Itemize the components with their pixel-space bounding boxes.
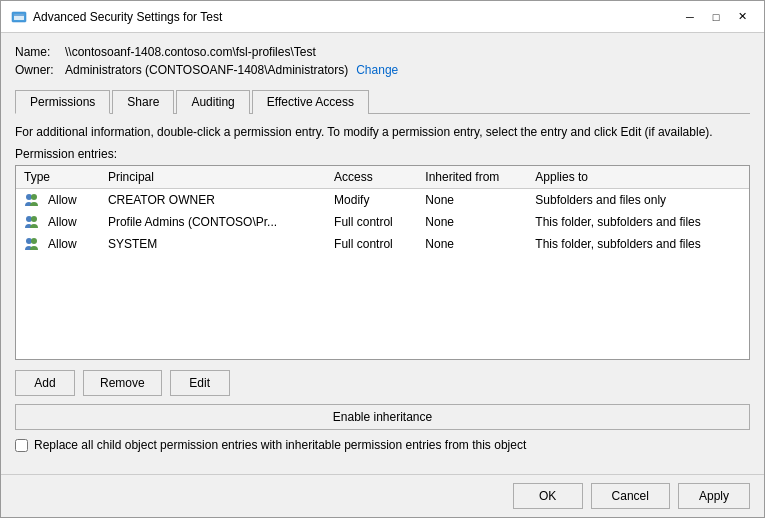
replace-checkbox[interactable] — [15, 439, 28, 452]
col-principal[interactable]: Principal — [100, 166, 326, 189]
user-icon — [24, 192, 40, 208]
edit-button[interactable]: Edit — [170, 370, 230, 396]
col-type[interactable]: Type — [16, 166, 100, 189]
cell-applies: This folder, subfolders and files — [527, 233, 749, 255]
maximize-button[interactable]: □ — [704, 7, 728, 27]
col-inherited[interactable]: Inherited from — [417, 166, 527, 189]
title-bar: Advanced Security Settings for Test ─ □ … — [1, 1, 764, 33]
main-window: Advanced Security Settings for Test ─ □ … — [0, 0, 765, 518]
replace-checkbox-row: Replace all child object permission entr… — [15, 438, 750, 452]
cell-applies: This folder, subfolders and files — [527, 211, 749, 233]
user-icon — [24, 236, 40, 252]
window-icon — [11, 9, 27, 25]
col-applies[interactable]: Applies to — [527, 166, 749, 189]
cell-access: Modify — [326, 188, 417, 211]
change-link[interactable]: Change — [356, 63, 398, 77]
cell-access: Full control — [326, 233, 417, 255]
cell-inherited: None — [417, 211, 527, 233]
cell-type: Allow — [16, 233, 100, 255]
table-row[interactable]: Allow SYSTEMFull controlNoneThis folder,… — [16, 233, 749, 255]
table-row[interactable]: Allow Profile Admins (CONTOSO\Pr...Full … — [16, 211, 749, 233]
tab-permissions[interactable]: Permissions — [15, 90, 110, 114]
tabs-container: Permissions Share Auditing Effective Acc… — [15, 89, 750, 114]
svg-rect-2 — [14, 14, 24, 16]
owner-label: Owner: — [15, 63, 65, 77]
cell-principal: Profile Admins (CONTOSO\Pr... — [100, 211, 326, 233]
content-area: Name: \\contosoanf-1408.contoso.com\fsl-… — [1, 33, 764, 474]
cell-access: Full control — [326, 211, 417, 233]
user-icon — [24, 214, 40, 230]
cell-type-text: Allow — [48, 193, 77, 207]
footer-buttons: OK Cancel Apply — [1, 474, 764, 517]
close-button[interactable]: ✕ — [730, 7, 754, 27]
owner-value: Administrators (CONTOSOANF-1408\Administ… — [65, 63, 348, 77]
cell-principal: CREATOR OWNER — [100, 188, 326, 211]
cell-inherited: None — [417, 233, 527, 255]
table-header-row: Type Principal Access Inherited from App… — [16, 166, 749, 189]
cell-type-text: Allow — [48, 215, 77, 229]
name-label: Name: — [15, 45, 65, 59]
tab-effective-access[interactable]: Effective Access — [252, 90, 369, 114]
cancel-button[interactable]: Cancel — [591, 483, 670, 509]
col-access[interactable]: Access — [326, 166, 417, 189]
apply-button[interactable]: Apply — [678, 483, 750, 509]
owner-row: Owner: Administrators (CONTOSOANF-1408\A… — [15, 63, 750, 77]
tab-auditing[interactable]: Auditing — [176, 90, 249, 114]
name-row: Name: \\contosoanf-1408.contoso.com\fsl-… — [15, 45, 750, 59]
svg-point-8 — [31, 238, 37, 244]
description-text: For additional information, double-click… — [15, 124, 750, 141]
table-row[interactable]: Allow CREATOR OWNERModifyNoneSubfolders … — [16, 188, 749, 211]
permissions-table-container[interactable]: Type Principal Access Inherited from App… — [15, 165, 750, 360]
cell-applies: Subfolders and files only — [527, 188, 749, 211]
window-title: Advanced Security Settings for Test — [33, 10, 678, 24]
cell-type: Allow — [16, 211, 100, 233]
action-buttons-row: Add Remove Edit — [15, 370, 750, 396]
window-controls: ─ □ ✕ — [678, 7, 754, 27]
ok-button[interactable]: OK — [513, 483, 583, 509]
section-label: Permission entries: — [15, 147, 750, 161]
cell-principal: SYSTEM — [100, 233, 326, 255]
enable-inheritance-button[interactable]: Enable inheritance — [15, 404, 750, 430]
cell-type: Allow — [16, 188, 100, 211]
tab-share[interactable]: Share — [112, 90, 174, 114]
name-value: \\contosoanf-1408.contoso.com\fsl-profil… — [65, 45, 316, 59]
add-button[interactable]: Add — [15, 370, 75, 396]
replace-checkbox-label[interactable]: Replace all child object permission entr… — [34, 438, 526, 452]
cell-inherited: None — [417, 188, 527, 211]
permissions-table: Type Principal Access Inherited from App… — [16, 166, 749, 255]
svg-point-6 — [31, 216, 37, 222]
cell-type-text: Allow — [48, 237, 77, 251]
remove-button[interactable]: Remove — [83, 370, 162, 396]
svg-point-4 — [31, 194, 37, 200]
minimize-button[interactable]: ─ — [678, 7, 702, 27]
